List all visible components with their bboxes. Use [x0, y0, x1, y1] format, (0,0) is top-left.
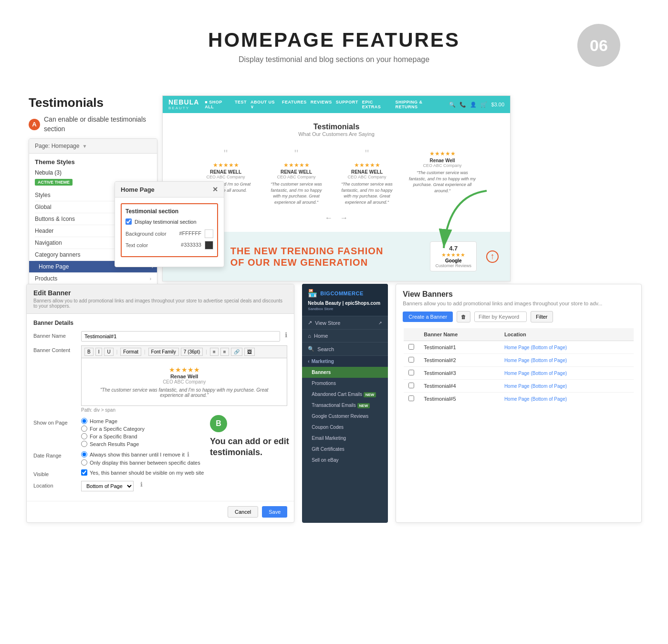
- prev-arrow[interactable]: ←: [325, 214, 333, 222]
- location-info-icon: ℹ: [140, 481, 143, 488]
- review-text-2: "The customer service was fantastic, and…: [267, 181, 326, 205]
- menu-home-page-label: Home Page: [39, 263, 69, 270]
- location-select[interactable]: Bottom of Page: [81, 481, 134, 491]
- menu-products[interactable]: Products ›: [35, 273, 151, 285]
- left-panel: Testimonials A Can enable or disable tes…: [29, 95, 157, 136]
- cancel-button[interactable]: Cancel: [228, 506, 258, 518]
- radio-home-input[interactable]: [81, 418, 87, 424]
- row-name-cell: Testimonial#5: [419, 393, 500, 406]
- radio-always-input[interactable]: [81, 451, 87, 457]
- visible-checkbox-row[interactable]: Yes, this banner should be visible on my…: [81, 469, 204, 476]
- nav-search[interactable]: 🔍 Search: [302, 343, 388, 356]
- link-btn[interactable]: 🔗: [231, 348, 242, 356]
- bold-btn[interactable]: B: [84, 348, 94, 356]
- row-checkbox[interactable]: [408, 344, 414, 350]
- cart-icon: 🛒: [480, 102, 487, 108]
- editor-toolbar: B I U | Format | Font Family 7 (36pt) | …: [81, 345, 287, 358]
- visible-checkbox[interactable]: [81, 469, 87, 476]
- radio-home[interactable]: Home Page: [81, 418, 145, 424]
- modal-close-button[interactable]: ✕: [212, 186, 218, 193]
- radio-specific-dates[interactable]: Only display this banner between specifi…: [81, 459, 200, 466]
- editor-review-text: "The customer service was fantastic, and…: [89, 387, 279, 398]
- radio-category[interactable]: For a Specific Category: [81, 426, 145, 432]
- bg-color-swatch[interactable]: [205, 229, 213, 238]
- menu-global-label: Global: [35, 204, 52, 210]
- location-link[interactable]: Home Page (Bottom of Page): [504, 345, 567, 350]
- menu-products-label: Products: [35, 275, 57, 282]
- row-name-cell: Testimonial#3: [419, 367, 500, 380]
- banner-name-row: Banner Name ℹ: [33, 331, 287, 342]
- next-arrow[interactable]: →: [340, 214, 348, 222]
- row-checkbox[interactable]: [408, 383, 414, 388]
- radio-dates-input[interactable]: [81, 459, 87, 466]
- location-link[interactable]: Home Page (Bottom of Page): [504, 358, 567, 363]
- bg-color-value: #FFFFFF: [179, 229, 214, 238]
- banner-name-input[interactable]: [81, 331, 280, 342]
- sub-promotions[interactable]: Promotions: [302, 378, 388, 389]
- sub-sell-ebay[interactable]: Sell on eBay: [302, 455, 388, 466]
- nav-about: ABOUT US ∨: [250, 100, 278, 109]
- format-btn[interactable]: Format: [120, 348, 141, 356]
- table-row: Testimonial#4 Home Page (Bottom of Page): [403, 380, 634, 393]
- text-color-swatch[interactable]: [205, 241, 213, 249]
- location-row: Location Bottom of Page ℹ: [33, 481, 287, 491]
- radio-brand[interactable]: For a Specific Brand: [81, 433, 145, 439]
- radio-brand-input[interactable]: [81, 433, 87, 439]
- sub-gift-certificates[interactable]: Gift Certificates: [302, 444, 388, 455]
- save-button[interactable]: Save: [262, 506, 287, 518]
- create-banner-button[interactable]: Create a Banner: [403, 312, 453, 322]
- align-left-btn[interactable]: ≡: [210, 348, 219, 356]
- sub-transactional[interactable]: Transactional Emails NEW: [302, 400, 388, 411]
- new-badge: NEW: [364, 392, 376, 397]
- radio-search[interactable]: Search Results Page: [81, 441, 145, 447]
- bottom-section: Edit Banner Banners allow you to add pro…: [26, 284, 642, 523]
- row-location-cell: Home Page (Bottom of Page): [500, 354, 634, 367]
- font-size-btn[interactable]: 7 (36pt): [181, 348, 203, 356]
- panel-header: Edit Banner Banners allow you to add pro…: [27, 284, 294, 314]
- banners-panel-desc: Banners allow you to add promotional lin…: [403, 301, 635, 306]
- editor-area[interactable]: ★★★★★ Renae Well CEO ABC Company "The cu…: [81, 358, 287, 406]
- show-on-radio-group: Home Page For a Specific Category For a …: [81, 418, 145, 447]
- italic-btn[interactable]: I: [95, 348, 103, 356]
- theme-panel-header: Page: Homepage ▼: [29, 139, 157, 154]
- radio-search-input[interactable]: [81, 441, 87, 447]
- radio-always[interactable]: Always show this banner until I remove i…: [81, 451, 200, 458]
- sub-email-marketing[interactable]: Email Marketing: [302, 433, 388, 444]
- separator: |: [115, 349, 119, 354]
- row-checkbox[interactable]: [408, 357, 414, 363]
- sub-banners[interactable]: Banners: [302, 367, 388, 378]
- align-center-btn[interactable]: ≡: [220, 348, 229, 356]
- nav-home[interactable]: ⌂ Home: [302, 330, 388, 343]
- sub-abandoned-cart[interactable]: Abandoned Cart Emails NEW: [302, 389, 388, 400]
- banners-table: Banner Name Location Testimonial#1 Home …: [403, 327, 635, 406]
- new-badge: NEW: [357, 403, 370, 408]
- testimonials-subheading: What Our Customers Are Saying: [170, 131, 502, 137]
- underline-btn[interactable]: U: [104, 348, 113, 356]
- location-link[interactable]: Home Page (Bottom of Page): [504, 396, 567, 402]
- delete-button[interactable]: 🗑: [457, 311, 470, 322]
- nav-view-store[interactable]: ↗ View Store ↗: [302, 316, 388, 330]
- filter-button[interactable]: Filter: [531, 311, 553, 322]
- row-checkbox[interactable]: [408, 370, 414, 375]
- location-link[interactable]: Home Page (Bottom of Page): [504, 371, 567, 376]
- sub-coupon-codes[interactable]: Coupon Codes: [302, 422, 388, 433]
- banner-content-label: Banner Content: [33, 345, 76, 353]
- sub-google-reviews[interactable]: Google Customer Reviews: [302, 411, 388, 422]
- display-testimonial-checkbox[interactable]: [125, 218, 132, 225]
- quote-icon: ": [196, 148, 255, 160]
- banner-details-title: Banner Details: [33, 320, 287, 326]
- row-checkbox[interactable]: [408, 395, 414, 401]
- location-link[interactable]: Home Page (Bottom of Page): [504, 384, 567, 389]
- external-link-icon: ↗: [378, 321, 382, 325]
- image-btn[interactable]: 🖼: [244, 348, 255, 356]
- nav-shop-all: ■ SHOP ALL: [205, 100, 231, 109]
- font-family-btn[interactable]: Font Family: [148, 348, 179, 356]
- radio-category-input[interactable]: [81, 426, 87, 432]
- editor-company: CEO ABC Company: [89, 379, 279, 384]
- chevron-left-icon: ‹: [308, 359, 309, 364]
- filter-keyword-input[interactable]: [474, 312, 527, 322]
- badge-a-text: Can enable or disable testimonials secti…: [44, 115, 157, 134]
- search-icon: 🔍: [308, 346, 314, 352]
- testimonial-card: " ★★★★★ RENAE WELL CEO ABC Company "The …: [334, 145, 400, 209]
- row-checkbox-cell: [403, 380, 419, 393]
